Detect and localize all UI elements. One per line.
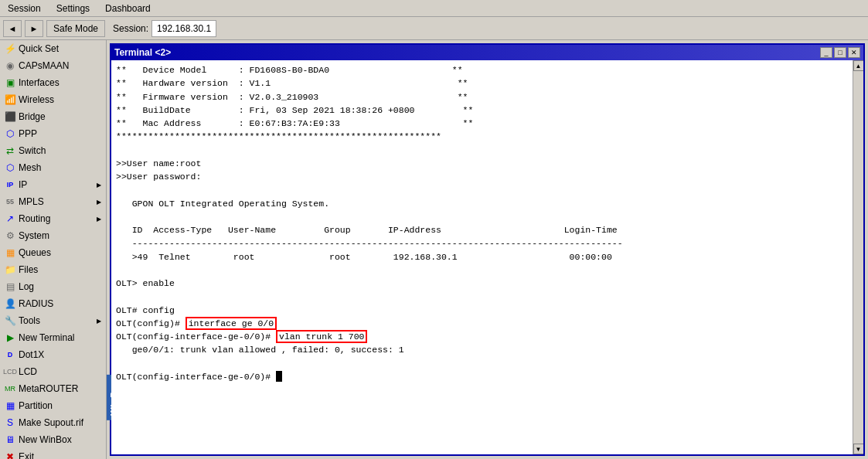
sidebar-item-label: LCD — [19, 366, 37, 377]
sidebar-item-mesh[interactable]: ⬡ Mesh — [0, 159, 106, 176]
partition-icon: ▦ — [5, 400, 15, 411]
sidebar-item-label: Files — [19, 264, 38, 275]
sidebar-item-new-winbox[interactable]: 🖥 New WinBox — [0, 431, 106, 448]
terminal-line: ----------------------------------------… — [116, 236, 848, 250]
main-layout: ⚡ Quick Set ◉ CAPsMAAN ▣ Interfaces 📶 Wi… — [0, 40, 868, 459]
safe-mode-button[interactable]: Safe Mode — [46, 20, 105, 37]
exit-icon: ✖ — [5, 451, 15, 459]
sidebar-item-capsman[interactable]: ◉ CAPsMAAN — [0, 57, 106, 74]
terminal-line — [116, 290, 848, 303]
log-icon: ▤ — [5, 281, 15, 292]
terminal-line — [116, 183, 848, 196]
sidebar-item-label: Partition — [19, 400, 53, 411]
sidebar-item-log[interactable]: ▤ Log — [0, 278, 106, 295]
sidebar-item-label: Interfaces — [19, 77, 60, 88]
sidebar-item-label: Wireless — [19, 94, 54, 105]
terminal-minimize-button[interactable]: _ — [820, 47, 832, 58]
sidebar-item-label: Quick Set — [19, 43, 59, 54]
sidebar-item-exit[interactable]: ✖ Exit — [0, 448, 106, 459]
sidebar-item-metarouter[interactable]: MR MetaROUTER — [0, 380, 106, 397]
terminal-scroll-down-button[interactable]: ▼ — [853, 444, 864, 454]
sidebar-item-system[interactable]: ⚙ System — [0, 227, 106, 244]
terminal-close-button[interactable]: ✕ — [848, 47, 860, 58]
terminal-line — [116, 264, 848, 277]
queues-icon: ▦ — [5, 247, 15, 258]
sidebar-item-ppp[interactable]: ⬡ PPP — [0, 125, 106, 142]
terminal-cursor — [276, 371, 282, 382]
sidebar-item-label: Bridge — [19, 111, 46, 122]
terminal-scroll-up-button[interactable]: ▲ — [853, 60, 864, 71]
sidebar: ⚡ Quick Set ◉ CAPsMAAN ▣ Interfaces 📶 Wi… — [0, 40, 107, 459]
terminal-highlighted-cmd1: interface ge 0/0 — [186, 317, 277, 330]
menu-settings[interactable]: Settings — [52, 2, 94, 15]
sidebar-item-files[interactable]: 📁 Files — [0, 261, 106, 278]
sidebar-item-routing[interactable]: ↗ Routing — [0, 210, 106, 227]
sidebar-item-label: Mesh — [19, 162, 41, 173]
sidebar-item-mpls[interactable]: 55 MPLS — [0, 193, 106, 210]
sidebar-item-make-supout[interactable]: S Make Supout.rif — [0, 414, 106, 431]
terminal-line: ** Hardware version : V1.1 ** — [116, 76, 848, 90]
sidebar-item-label: Dot1X — [19, 349, 44, 360]
terminal-restore-button[interactable]: □ — [834, 47, 846, 58]
ip-icon: IP — [5, 179, 15, 190]
terminal-scroll-track[interactable] — [854, 71, 863, 444]
terminal-line — [116, 357, 848, 370]
interfaces-icon: ▣ — [5, 77, 15, 88]
session-value: 192.168.30.1 — [151, 20, 216, 37]
sidebar-item-label: Queues — [19, 247, 51, 258]
make-supout-icon: S — [5, 417, 15, 428]
terminal-content-area: ** Device Model : FD1608S-B0-BDA0 ** ** … — [111, 60, 863, 454]
capsman-icon: ◉ — [5, 60, 15, 71]
mpls-icon: 55 — [5, 196, 15, 207]
terminal-line-cmd1: OLT(config)# interface ge 0/0 — [116, 317, 848, 330]
terminal-scrollbar: ▲ ▼ — [853, 60, 863, 454]
sidebar-item-label: MPLS — [19, 196, 44, 207]
sidebar-item-ip[interactable]: IP IP — [0, 176, 106, 193]
tools-icon: 🔧 — [5, 315, 15, 326]
terminal-line: ** Device Model : FD1608S-B0-BDA0 ** — [116, 63, 848, 76]
sidebar-item-label: MetaROUTER — [19, 383, 78, 394]
menu-session[interactable]: Session — [3, 2, 46, 15]
sidebar-item-lcd[interactable]: LCD LCD — [0, 363, 106, 380]
sidebar-item-label: CAPsMAAN — [19, 60, 69, 71]
terminal-line: ge0/0/1: trunk vlan allowed , failed: 0,… — [116, 343, 848, 356]
sidebar-item-wireless[interactable]: 📶 Wireless — [0, 91, 106, 108]
routing-icon: ↗ — [5, 213, 15, 224]
terminal-prompt-line: OLT(config-interface-ge-0/0)# — [116, 370, 848, 383]
menubar: Session Settings Dashboard — [0, 0, 868, 17]
sidebar-item-label: Routing — [19, 213, 50, 224]
dot1x-icon: D — [5, 349, 15, 360]
sidebar-item-label: New Terminal — [19, 332, 74, 343]
sidebar-item-label: Make Supout.rif — [19, 417, 83, 428]
sidebar-item-dot1x[interactable]: D Dot1X — [0, 346, 106, 363]
back-button[interactable]: ◄ — [3, 20, 22, 37]
sidebar-item-interfaces[interactable]: ▣ Interfaces — [0, 74, 106, 91]
terminal-line: >49 Telnet root root 192.168.30.1 00:00:… — [116, 250, 848, 264]
new-winbox-icon: 🖥 — [5, 434, 15, 445]
menu-dashboard[interactable]: Dashboard — [100, 2, 155, 15]
system-icon: ⚙ — [5, 230, 15, 241]
sidebar-item-new-terminal[interactable]: ▶ New Terminal — [0, 329, 106, 346]
sidebar-item-label: Exit — [19, 451, 34, 459]
sidebar-item-label: System — [19, 230, 49, 241]
quick-set-icon: ⚡ — [5, 43, 15, 54]
sidebar-item-radius[interactable]: 👤 RADIUS — [0, 295, 106, 312]
terminal-line: ID Access-Type User-Name Group IP-Addres… — [116, 223, 848, 236]
terminal-line — [116, 144, 848, 157]
terminal-line — [116, 210, 848, 223]
terminal-body[interactable]: ** Device Model : FD1608S-B0-BDA0 ** ** … — [111, 60, 853, 454]
sidebar-item-tools[interactable]: 🔧 Tools — [0, 312, 106, 329]
sidebar-item-switch[interactable]: ⇄ Switch — [0, 142, 106, 159]
sidebar-item-partition[interactable]: ▦ Partition — [0, 397, 106, 414]
terminal-line: GPON OLT Integrated Operating System. — [116, 197, 848, 210]
sidebar-item-bridge[interactable]: ⬛ Bridge — [0, 108, 106, 125]
lcd-icon: LCD — [5, 366, 15, 377]
sidebar-item-quick-set[interactable]: ⚡ Quick Set — [0, 40, 106, 57]
sidebar-item-label: RADIUS — [19, 298, 53, 309]
metarouter-icon: MR — [5, 383, 15, 394]
new-terminal-icon: ▶ — [5, 332, 15, 343]
forward-button[interactable]: ► — [25, 20, 43, 37]
sidebar-item-queues[interactable]: ▦ Queues — [0, 244, 106, 261]
terminal-titlebar: Terminal <2> _ □ ✕ — [111, 45, 863, 60]
terminal-line: OLT> enable — [116, 277, 848, 290]
